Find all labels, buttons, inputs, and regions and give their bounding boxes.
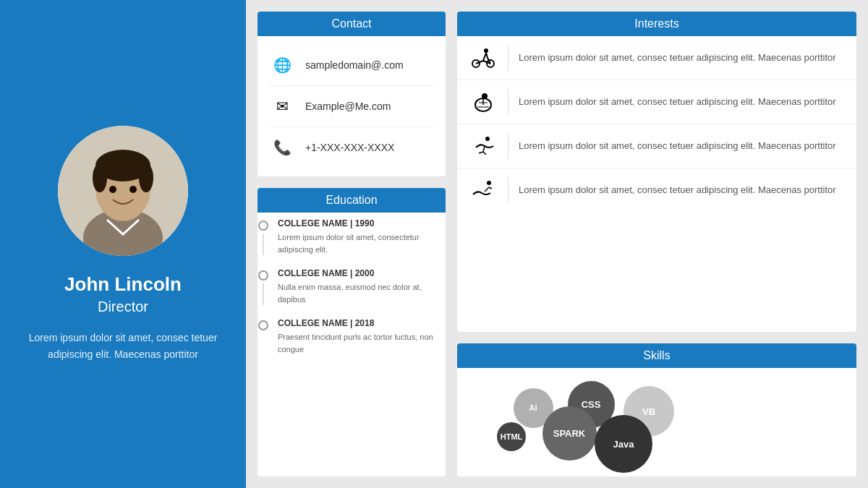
interest-text-2: Lorem ipsum dolor sit amet, consec tetue…: [519, 95, 836, 109]
interest-item-water-polo: Lorem ipsum dolor sit amet, consec tetue…: [457, 168, 856, 212]
interest-text-4: Lorem ipsum dolor sit amet, consec tetue…: [519, 183, 836, 197]
interest-divider-3: [508, 133, 509, 159]
football-icon: [469, 87, 498, 116]
edu-desc-2: Nulla enim massa, euismod nec dolor at, …: [278, 281, 446, 305]
skill-bubble-spark: SPARK: [542, 406, 597, 461]
person-title: Director: [98, 299, 148, 315]
right-column: Interests Lorem ipsum dolor sit: [457, 12, 856, 476]
svg-line-24: [479, 152, 483, 153]
edu-year-1: COLLEGE NAME | 1990: [278, 218, 446, 228]
edu-item-1990: COLLEGE NAME | 1990 Lorem ipsum dolor si…: [258, 218, 446, 255]
contact-header: Contact: [258, 12, 446, 36]
svg-point-22: [485, 137, 490, 141]
email-icon: ✉: [269, 93, 295, 119]
interest-divider-4: [508, 177, 509, 203]
svg-line-15: [486, 53, 488, 58]
svg-line-12: [483, 53, 486, 61]
contact-card: Contact 🌐 sampledomain@.com ✉ Example@Me…: [258, 12, 446, 176]
edu-dot-2: [258, 270, 268, 281]
edu-desc-3: Praesent tincidunt purls ac tortor luctu…: [278, 331, 446, 355]
svg-line-28: [489, 187, 492, 189]
svg-point-26: [487, 181, 491, 185]
swimming-icon: [469, 132, 498, 160]
svg-line-27: [485, 187, 489, 192]
contact-item-email: ✉ Example@Me.com: [269, 86, 434, 127]
left-panel: John Lincoln Director Lorem ipsum dolor …: [0, 0, 246, 488]
skill-bubble-html: HTML: [497, 422, 526, 451]
interests-header: Interests: [457, 12, 856, 36]
edu-desc-1: Lorem ipsum dolor sit amet, consectetur …: [278, 231, 446, 255]
edu-year-2: COLLEGE NAME | 2000: [278, 268, 446, 278]
person-name: John Lincoln: [64, 273, 182, 296]
interest-text-1: Lorem ipsum dolor sit amet, consec tetue…: [519, 51, 836, 65]
person-bio: Lorem ipsum dolor sit amet, consec tetue…: [14, 330, 231, 362]
contact-body: 🌐 sampledomain@.com ✉ Example@Me.com 📞 +…: [258, 36, 446, 176]
svg-point-18: [482, 93, 488, 99]
svg-point-11: [484, 48, 488, 53]
edu-line-2: [263, 283, 264, 305]
edu-year-3: COLLEGE NAME | 2018: [278, 318, 446, 328]
svg-line-25: [483, 152, 486, 155]
svg-point-7: [109, 186, 116, 193]
water-polo-icon: [469, 176, 498, 205]
cycling-icon: [469, 43, 498, 72]
edu-item-2000: COLLEGE NAME | 2000 Nulla enim massa, eu…: [258, 268, 446, 305]
edu-dot-1: [258, 221, 268, 231]
avatar: [58, 126, 188, 256]
contact-item-phone: 📞 +1-XXX-XXX-XXXX: [269, 127, 434, 168]
contact-email-text: Example@Me.com: [305, 100, 391, 112]
contact-phone-text: +1-XXX-XXX-XXXX: [305, 142, 394, 153]
svg-point-5: [93, 163, 107, 192]
interest-divider-1: [508, 45, 509, 71]
web-icon: 🌐: [269, 52, 295, 78]
svg-point-6: [139, 163, 153, 192]
main-content: Contact 🌐 sampledomain@.com ✉ Example@Me…: [246, 0, 868, 488]
phone-icon: 📞: [269, 134, 295, 160]
svg-point-8: [129, 186, 137, 193]
contact-web-text: sampledomain@.com: [305, 59, 404, 71]
skills-header: Skills: [457, 343, 856, 368]
edu-dot-col-2: [258, 268, 269, 305]
education-card: Education COLLEGE NAME | 1990 Lorem ipsu…: [258, 188, 446, 476]
interests-card: Interests Lorem ipsum dolor sit: [457, 12, 856, 332]
skill-bubble-java: Java: [595, 415, 652, 473]
interest-divider-2: [508, 89, 509, 115]
education-body: COLLEGE NAME | 1990 Lorem ipsum dolor si…: [258, 213, 446, 361]
contact-item-web: 🌐 sampledomain@.com: [269, 45, 434, 86]
interest-text-3: Lorem ipsum dolor sit amet, consec tetue…: [519, 139, 836, 153]
skills-bubbles: AICSSVBHTMLSPARKJava: [457, 368, 856, 476]
edu-content-2: COLLEGE NAME | 2000 Nulla enim massa, eu…: [278, 268, 446, 305]
edu-content-1: COLLEGE NAME | 1990 Lorem ipsum dolor si…: [278, 218, 446, 255]
interest-item-cycling: Lorem ipsum dolor sit amet, consec tetue…: [457, 36, 856, 80]
middle-column: Contact 🌐 sampledomain@.com ✉ Example@Me…: [258, 12, 446, 476]
education-header: Education: [258, 188, 446, 213]
edu-line-1: [263, 234, 264, 255]
edu-dot-col-1: [258, 218, 269, 255]
svg-line-23: [483, 146, 485, 152]
edu-item-2018: COLLEGE NAME | 2018 Praesent tincidunt p…: [258, 318, 446, 355]
interest-item-swimming: Lorem ipsum dolor sit amet, consec tetue…: [457, 124, 856, 168]
edu-content-3: COLLEGE NAME | 2018 Praesent tincidunt p…: [278, 318, 446, 355]
edu-dot-col-3: [258, 318, 269, 355]
edu-dot-3: [258, 320, 268, 330]
skills-card: Skills AICSSVBHTMLSPARKJava: [457, 343, 856, 476]
interest-item-football: Lorem ipsum dolor sit amet, consec tetue…: [457, 80, 856, 124]
